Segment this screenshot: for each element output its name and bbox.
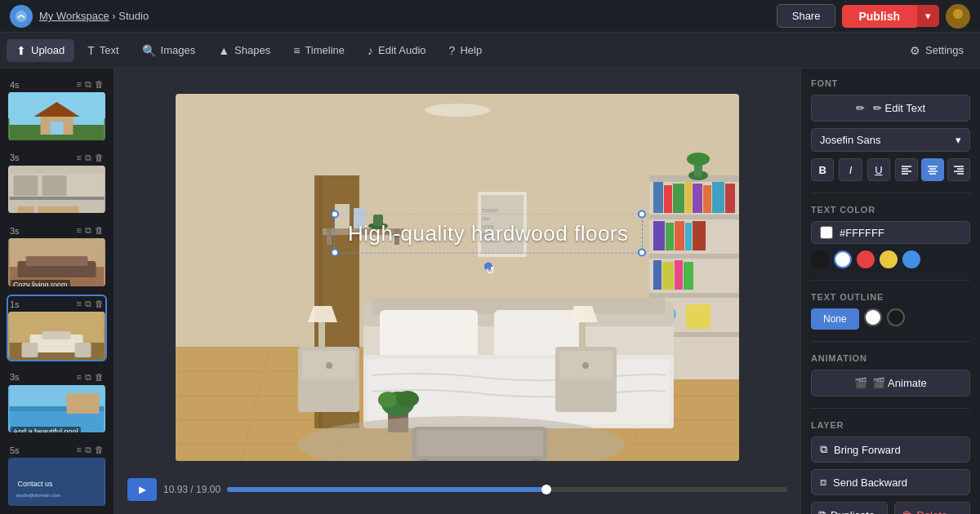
timeline-icon: ≡ bbox=[293, 44, 300, 57]
slide-copy-icon[interactable]: ⧉ bbox=[85, 372, 91, 383]
svg-point-1 bbox=[953, 9, 963, 19]
publish-dropdown-button[interactable]: ▾ bbox=[916, 5, 939, 27]
delete-button[interactable]: 🗑 Delete bbox=[894, 502, 971, 514]
svg-point-102 bbox=[378, 392, 398, 408]
studio-label: Studio bbox=[118, 10, 149, 22]
progress-bar[interactable] bbox=[227, 487, 787, 492]
align-center-button[interactable] bbox=[921, 158, 944, 181]
outline-white-button[interactable] bbox=[864, 308, 882, 326]
svg-text:Contact us: Contact us bbox=[18, 480, 54, 488]
font-section-label: FONT bbox=[811, 78, 970, 88]
toolbar-right: ⚙ Settings bbox=[900, 39, 973, 62]
slide-item[interactable]: 3s ≡ ⧉ 🗑 bbox=[7, 148, 107, 215]
align-right-button[interactable] bbox=[947, 158, 970, 181]
shapes-button[interactable]: ▲ Shapes bbox=[208, 39, 280, 62]
delete-label: Delete bbox=[917, 509, 948, 515]
slide-delete-icon[interactable]: 🗑 bbox=[95, 153, 104, 163]
outline-none-button[interactable]: None bbox=[811, 308, 859, 330]
slide-list-icon[interactable]: ≡ bbox=[77, 79, 82, 90]
slide-list-icon[interactable]: ≡ bbox=[77, 225, 82, 236]
svg-rect-59 bbox=[703, 185, 711, 213]
duplicate-button[interactable]: ⧉ Duplicate bbox=[811, 502, 888, 514]
send-backward-button[interactable]: ⧈ Send Backward bbox=[811, 469, 970, 495]
progress-thumb[interactable] bbox=[541, 485, 551, 494]
svg-rect-67 bbox=[653, 260, 662, 290]
swatch-black[interactable] bbox=[811, 250, 829, 268]
avatar[interactable] bbox=[946, 4, 970, 29]
edit-audio-button[interactable]: ♪ Edit Audio bbox=[358, 39, 436, 62]
swatch-yellow[interactable] bbox=[880, 250, 898, 268]
slide-list-icon[interactable]: ≡ bbox=[77, 299, 82, 309]
slide-item[interactable]: 3s ≡ ⧉ 🗑 And a beautiful pool And a beau… bbox=[7, 368, 107, 435]
handle-bottom-right[interactable] bbox=[638, 249, 646, 257]
duplicate-label: Duplicate bbox=[831, 509, 875, 515]
svg-point-2 bbox=[950, 19, 966, 29]
slide-list-icon[interactable]: ≡ bbox=[77, 153, 82, 163]
help-button[interactable]: ? Help bbox=[439, 39, 492, 62]
outline-black-button[interactable] bbox=[887, 308, 905, 326]
slide-icons: ≡ ⧉ 🗑 bbox=[77, 225, 104, 236]
slide-copy-icon[interactable]: ⧉ bbox=[85, 299, 91, 309]
layer-label: LAYER bbox=[811, 420, 970, 430]
slide-delete-icon[interactable]: 🗑 bbox=[95, 372, 104, 383]
animate-label: 🎬 Animate bbox=[872, 377, 927, 389]
handle-top-right[interactable] bbox=[638, 210, 646, 219]
slide-copy-icon[interactable]: ⧉ bbox=[85, 153, 91, 163]
slide-duration: 3s bbox=[10, 226, 20, 236]
toolbar: ⬆ Upload T Text 🔍 Images ▲ Shapes ≡ Time… bbox=[0, 33, 980, 69]
animate-button[interactable]: 🎬 🎬 Animate bbox=[811, 370, 970, 397]
swatch-red[interactable] bbox=[857, 250, 875, 268]
swatch-blue[interactable] bbox=[902, 250, 920, 268]
swatch-white[interactable] bbox=[834, 250, 852, 268]
canvas[interactable]: TODAY IS A GOOD DAY ↺ High-quality hardw… bbox=[176, 94, 739, 461]
edit-text-button[interactable]: ✏ ✏ Edit Text bbox=[811, 95, 970, 122]
slide-duration: 4s bbox=[10, 80, 20, 90]
slide-delete-icon[interactable]: 🗑 bbox=[95, 445, 104, 455]
slide-item[interactable]: 4s ≡ ⧉ 🗑 bbox=[7, 75, 107, 142]
slide-list-icon[interactable]: ≡ bbox=[77, 445, 82, 455]
handle-bottom-left[interactable] bbox=[331, 249, 339, 257]
handle-top-left[interactable] bbox=[331, 210, 339, 219]
bold-button[interactable]: B bbox=[811, 158, 834, 181]
upload-button[interactable]: ⬆ Upload bbox=[7, 39, 74, 62]
slide-duration: 1s bbox=[10, 299, 20, 309]
text-overlay[interactable]: ↺ High-quality hardwood floors bbox=[334, 214, 643, 254]
slide-copy-icon[interactable]: ⧉ bbox=[85, 445, 91, 455]
publish-button[interactable]: Publish bbox=[842, 5, 916, 28]
handle-rotate[interactable]: ↺ bbox=[484, 263, 492, 271]
share-button[interactable]: Share bbox=[777, 4, 836, 28]
timeline-button[interactable]: ≡ Timeline bbox=[283, 39, 354, 62]
slide-delete-icon[interactable]: 🗑 bbox=[95, 79, 104, 90]
settings-button[interactable]: ⚙ Settings bbox=[900, 39, 973, 62]
slide-controls: 5s ≡ ⧉ 🗑 bbox=[8, 442, 105, 458]
play-button[interactable]: ▶ bbox=[127, 478, 157, 501]
underline-button[interactable]: U bbox=[867, 158, 890, 181]
svg-rect-56 bbox=[673, 184, 684, 213]
images-label: Images bbox=[161, 44, 196, 56]
slide-copy-icon[interactable]: ⧉ bbox=[85, 225, 91, 236]
slide-delete-icon[interactable]: 🗑 bbox=[95, 299, 104, 309]
text-outline-label: TEXT OUTLINE bbox=[811, 292, 970, 302]
font-selector[interactable]: Josefin Sans ▾ bbox=[811, 128, 970, 152]
color-preview[interactable]: #FFFFFF bbox=[811, 221, 970, 244]
slide-copy-icon[interactable]: ⧉ bbox=[85, 79, 91, 90]
svg-rect-61 bbox=[725, 184, 735, 213]
text-button[interactable]: T Text bbox=[78, 39, 128, 62]
breadcrumb: My Workspace › Studio bbox=[39, 10, 149, 22]
font-name: Josefin Sans bbox=[820, 134, 880, 146]
align-left-button[interactable] bbox=[895, 158, 918, 181]
slide-delete-icon[interactable]: 🗑 bbox=[95, 225, 104, 236]
settings-icon: ⚙ bbox=[910, 44, 920, 57]
slide-item[interactable]: 1s ≡ ⧉ 🗑 bbox=[7, 295, 107, 361]
slide-label: Cozy living room bbox=[11, 280, 70, 288]
bring-forward-button[interactable]: ⧉ Bring Forward bbox=[811, 436, 970, 463]
slide-item[interactable]: 3s ≡ ⧉ 🗑 Cozy living room Cozy living ro… bbox=[7, 221, 107, 288]
slide-thumb: Contact usstudio@domain.com bbox=[8, 458, 105, 507]
svg-point-103 bbox=[396, 391, 419, 407]
italic-button[interactable]: I bbox=[839, 158, 862, 181]
images-button[interactable]: 🔍 Images bbox=[132, 39, 206, 62]
slide-list-icon[interactable]: ≡ bbox=[77, 372, 82, 383]
slide-item[interactable]: 5s ≡ ⧉ 🗑 Contact usstudio@domain.com bbox=[7, 441, 107, 507]
svg-text:TODAY: TODAY bbox=[482, 208, 498, 213]
workspace-link[interactable]: My Workspace bbox=[39, 10, 109, 22]
